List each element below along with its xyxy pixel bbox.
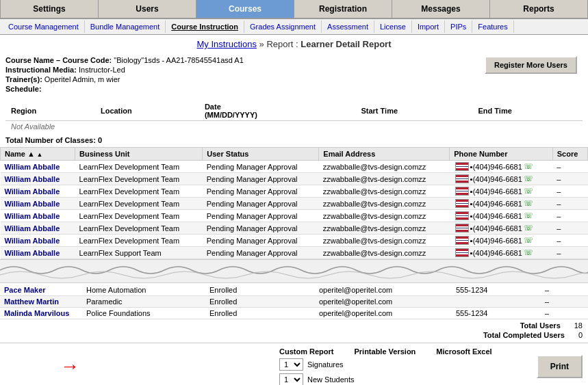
cell-unit: Paramedic [82,296,205,308]
register-more-users-button[interactable]: Register More Users [485,56,577,74]
subnav-features[interactable]: Features [472,21,513,33]
cell-phone: ▪ (404)946-6681 ☏ [450,161,552,173]
cell-email: operitel@operitel.com [315,296,452,308]
col-user-status[interactable]: User Status [203,148,319,161]
phone-green-icon: ☏ [524,187,533,196]
schedule-col-end-time: End Time [472,101,583,121]
custom-report-header: Custom Report [279,347,333,356]
cell-name: William Abballe [1,235,75,247]
nav-users[interactable]: Users [99,0,196,18]
top-navigation: Settings Users Courses Registration Mess… [0,0,588,19]
cell-email: zzwabballe@tvs-design.comzz [319,235,450,247]
course-name-label: Course Name – Course Code: [5,56,112,64]
subnav-course-instruction[interactable]: Course Instruction [166,21,244,33]
bottom-table-row: Malinda Marvilous Police Foundations Enr… [0,308,588,319]
cell-score: – [552,235,587,247]
not-available-text: Not Available [5,121,583,132]
phone-green-icon: ☏ [524,162,533,171]
cell-name: William Abballe [1,173,75,185]
col-business-unit[interactable]: Business Unit [75,148,203,161]
subnav-pips[interactable]: PIPs [445,21,472,33]
nav-courses[interactable]: Courses [196,0,294,18]
footer-section: → Custom Report Printable Version Micros… [0,343,588,385]
cell-email: zzwabballe@tvs-design.comzz [319,210,450,222]
cell-score: – [541,284,588,296]
cell-name: William Abballe [1,222,75,235]
arrow-container: → [5,356,272,377]
cell-score: – [541,296,588,308]
my-instructions-link[interactable]: My Instructions [197,39,257,49]
learner-detail-report-title: Learner Detail Report [301,39,391,49]
cell-status: Enrolled [205,296,315,308]
flag-icon [455,174,469,183]
cell-status: Pending Manager Approval [203,161,319,173]
cell-unit: LearnFlex Development Team [75,161,203,173]
wavy-line-top [0,260,588,283]
subnav-course-management[interactable]: Course Management [3,21,85,33]
trainers-label: Trainer(s): [5,75,42,83]
subnav-assessment[interactable]: Assessment [322,21,374,33]
cell-unit: Home Automation [82,284,205,296]
cell-phone: ▪ (404)946-6681 ☏ [450,173,552,185]
cell-unit: LearnFlex Development Team [75,235,203,247]
flag-icon [455,248,469,257]
total-classes: Total Number of Classes: 0 [0,135,588,146]
cell-unit: LearnFlex Development Team [75,185,203,198]
cell-phone [452,296,541,308]
cell-name: William Abballe [1,161,75,173]
table-row: William Abballe LearnFlex Development Te… [1,235,588,247]
phone-green-icon: ☏ [524,174,533,183]
schedule-col-region: Region [5,101,95,121]
cell-status: Pending Manager Approval [203,222,319,235]
col-phone[interactable]: Phone Number [450,148,552,161]
cell-status: Pending Manager Approval [203,247,319,259]
cell-email: zzwabballe@tvs-design.comzz [319,222,450,235]
cell-phone: ▪ (404)946-6681 ☏ [450,235,552,247]
cell-score: – [552,198,587,210]
cell-email: operitel@operitel.com [315,308,452,319]
cell-unit: Police Foundations [82,308,205,319]
nav-messages[interactable]: Messages [392,0,490,18]
cell-email: zzwabballe@tvs-design.comzz [319,161,450,173]
table-row: William Abballe LearnFlex Development Te… [1,198,588,210]
subnav-grades-assignment[interactable]: Grades Assignment [244,21,322,33]
cell-status: Pending Manager Approval [203,235,319,247]
subnav-import[interactable]: Import [412,21,445,33]
footer-column-headers: Custom Report Printable Version Microsof… [279,347,530,356]
nav-registration[interactable]: Registration [294,0,392,18]
print-button[interactable]: Print [537,355,583,378]
cell-status: Pending Manager Approval [203,173,319,185]
report-qty-select-2[interactable]: 123 [279,373,303,385]
totals-section: Total Users 18 Total Completed Users 0 [0,319,588,343]
nav-reports[interactable]: Reports [490,0,588,18]
cell-phone: ▪ (404)946-6681 ☏ [450,198,552,210]
cell-name: Matthew Martin [0,296,82,308]
table-row: William Abballe LearnFlex Development Te… [1,173,588,185]
table-row: William Abballe LearnFlex Development Te… [1,161,588,173]
total-completed-label: Total Completed Users [483,331,565,339]
bottom-data-table: Pace Maker Home Automation Enrolled oper… [0,284,588,319]
col-email[interactable]: Email Address [319,148,450,161]
schedule-col-location: Location [95,101,199,121]
subnav-bundle-management[interactable]: Bundle Management [85,21,166,33]
cell-name: Pace Maker [0,284,82,296]
subnav-license[interactable]: License [374,21,412,33]
cell-name: William Abballe [1,198,75,210]
report-qty-select-1[interactable]: 123 [279,358,303,371]
cell-status: Pending Manager Approval [203,210,319,222]
red-arrow-icon: → [60,356,79,377]
report-row-1-label: Signatures [307,360,344,369]
trainers-value: Operitel Admin, m wier [44,75,120,83]
bottom-table-row: Matthew Martin Paramedic Enrolled operit… [0,296,588,308]
flag-icon [455,162,469,171]
cell-unit: LearnFlex Development Team [75,173,203,185]
col-name[interactable]: Name ▲ [1,148,75,161]
cell-unit: LearnFlex Development Team [75,222,203,235]
col-score[interactable]: Score [552,148,587,161]
schedule-label: Schedule: [5,85,42,93]
cell-email: zzwabballe@tvs-design.comzz [319,173,450,185]
cell-email: zzwabballe@tvs-design.comzz [319,198,450,210]
scroll-separator [0,259,588,283]
course-name-value: "Biology"1sds - AA21-78545541asd A1 [114,56,243,64]
nav-settings[interactable]: Settings [0,0,99,18]
